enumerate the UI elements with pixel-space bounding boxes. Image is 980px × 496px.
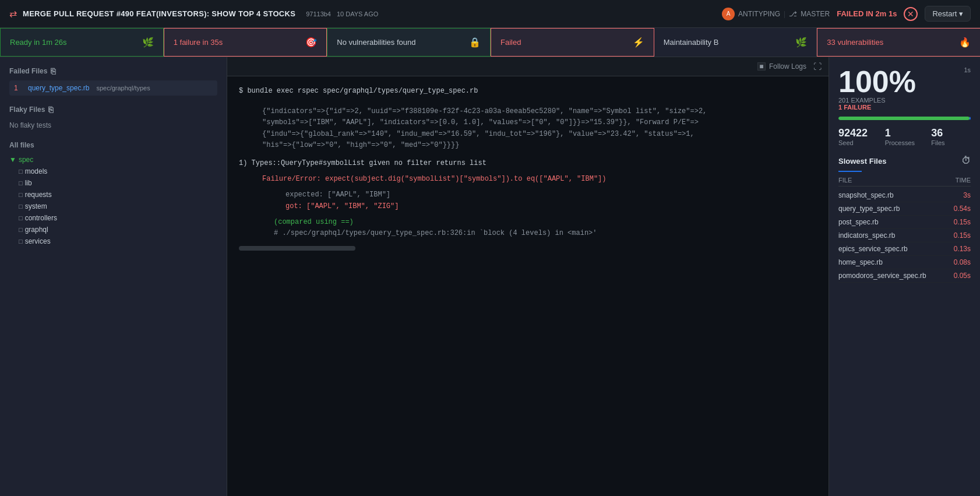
time-label: 1s bbox=[964, 66, 971, 73]
slowest-file-row: post_spec.rb0.15s bbox=[838, 216, 971, 229]
slowest-file-row: pomodoros_service_spec.rb0.05s bbox=[838, 269, 971, 283]
log-expected: expected: ["AAPL", "IBM"] bbox=[239, 189, 817, 200]
failed-files-title: Failed Files ⎘ bbox=[9, 66, 217, 76]
pr-hash: 97113b4 bbox=[306, 10, 331, 17]
log-got: got: ["AAPL", "IBM", "ZIG"] bbox=[239, 201, 817, 212]
slowest-file-name: pomodoros_service_spec.rb bbox=[838, 272, 926, 280]
tree-system[interactable]: □ system bbox=[9, 200, 217, 212]
restart-button[interactable]: Restart ▾ bbox=[925, 6, 971, 22]
failure-label: 1 FAILURE bbox=[838, 104, 916, 111]
folder-icon-graphql: □ bbox=[19, 226, 23, 233]
status-ready-label: Ready in 1m 26s bbox=[10, 38, 67, 47]
status-maintain-icon: 🌿 bbox=[795, 37, 807, 48]
right-sidebar: 100% 201 EXAMPLES 1 FAILURE 1s 92422 See… bbox=[829, 57, 980, 496]
slowest-file-row: home_spec.rb0.08s bbox=[838, 256, 971, 269]
seed-label: Seed bbox=[838, 139, 878, 146]
processes-value: 1 bbox=[885, 127, 925, 139]
scrollbar[interactable] bbox=[239, 246, 355, 251]
slowest-file-time: 0.15s bbox=[954, 231, 971, 240]
org-name: ANTITYPING bbox=[738, 10, 780, 18]
slowest-file-time: 0.54s bbox=[954, 205, 971, 213]
status-vuln-icon: 🔒 bbox=[469, 37, 481, 48]
pr-time: 10 DAYS AGO bbox=[337, 10, 378, 17]
progress-blue bbox=[970, 117, 971, 120]
folder-icon-services: □ bbox=[19, 238, 23, 245]
status-ready-icon: 🌿 bbox=[142, 37, 154, 48]
flaky-files-title: Flaky Files ⎘ bbox=[9, 105, 217, 114]
status-vuln-count[interactable]: 33 vulnerabilities 🔥 bbox=[817, 28, 980, 57]
slowest-title: Slowest Files ⏱ bbox=[838, 156, 971, 166]
antityping-org: A ANTITYPING | ⎇ MASTER bbox=[722, 8, 830, 20]
copy-icon[interactable]: ⎘ bbox=[51, 66, 55, 76]
follow-logs[interactable]: ■ Follow Logs bbox=[757, 62, 806, 71]
progress-green bbox=[838, 117, 970, 120]
slowest-file-time: 0.05s bbox=[954, 272, 971, 280]
cancel-button[interactable]: ✕ bbox=[904, 7, 918, 21]
branch-icon: ⎇ bbox=[789, 10, 797, 18]
failed-badge: FAILED IN 2m 1s bbox=[837, 9, 897, 18]
pr-title: MERGE PULL REQUEST #490 FEAT(INVESTORS):… bbox=[23, 9, 295, 18]
follow-logs-label: Follow Logs bbox=[769, 62, 806, 71]
folder-open-icon: ▼ bbox=[9, 156, 16, 164]
status-maintainability[interactable]: Maintainability B 🌿 bbox=[654, 28, 817, 57]
stat-files: 36 Files bbox=[931, 127, 971, 146]
slowest-file-row: epics_service_spec.rb0.13s bbox=[838, 242, 971, 256]
tree-graphql[interactable]: □ graphql bbox=[9, 224, 217, 235]
log-location: # ./spec/graphql/types/query_type_spec.r… bbox=[239, 228, 817, 239]
log-area: ■ Follow Logs ⛶ $ bundle exec rspec spec… bbox=[227, 57, 829, 496]
slowest-file-time: 0.08s bbox=[954, 258, 971, 266]
slowest-file-name: home_spec.rb bbox=[838, 258, 883, 266]
status-failed-label: Failed bbox=[500, 38, 521, 47]
slowest-file-name: query_type_spec.rb bbox=[838, 205, 900, 213]
all-files-title: All files bbox=[9, 141, 217, 149]
status-ready[interactable]: Ready in 1m 26s 🌿 bbox=[0, 28, 164, 57]
top-header: ⇄ MERGE PULL REQUEST #490 FEAT(INVESTORS… bbox=[0, 0, 980, 28]
log-failure-line: Failure/Error: expect(subject.dig("symbo… bbox=[239, 174, 817, 185]
slowest-file-name: epics_service_spec.rb bbox=[838, 245, 908, 253]
folder-icon-models: □ bbox=[19, 168, 23, 175]
folder-icon-system: □ bbox=[19, 203, 23, 210]
status-failure-icon: 🎯 bbox=[305, 37, 317, 48]
slowest-files-section: Slowest Files ⏱ FILE TIME snapshot_spec.… bbox=[838, 156, 971, 283]
slowest-file-row: indicators_spec.rb0.15s bbox=[838, 229, 971, 242]
header-left: ⇄ MERGE PULL REQUEST #490 FEAT(INVESTORS… bbox=[9, 8, 378, 19]
tree-controllers[interactable]: □ controllers bbox=[9, 212, 217, 224]
folder-icon-lib: □ bbox=[19, 180, 23, 187]
tree-spec[interactable]: ▼ spec bbox=[9, 154, 217, 166]
all-files-section: All files ▼ spec □ models □ lib □ reques… bbox=[9, 141, 217, 247]
slowest-file-name: indicators_spec.rb bbox=[838, 231, 895, 240]
status-vuln-label: No vulnerabilities found bbox=[337, 38, 415, 47]
status-failed[interactable]: Failed ⚡ bbox=[491, 28, 654, 57]
blue-divider bbox=[838, 171, 862, 172]
file-path: spec/graphql/types bbox=[96, 85, 150, 92]
org-logo: A bbox=[722, 8, 735, 20]
status-vuln-count-icon: 🔥 bbox=[959, 37, 971, 48]
tree-models[interactable]: □ models bbox=[9, 166, 217, 177]
slowest-files-list: snapshot_spec.rb3squery_type_spec.rb0.54… bbox=[838, 189, 971, 283]
col-headers: FILE TIME bbox=[838, 177, 971, 187]
follow-logs-checkbox[interactable]: ■ bbox=[757, 62, 766, 71]
stats-row: 92422 Seed 1 Processes 36 Files bbox=[838, 127, 971, 146]
expand-icon[interactable]: ⛶ bbox=[813, 62, 822, 71]
percentage: 100% bbox=[838, 66, 916, 97]
status-vulnerabilities[interactable]: No vulnerabilities found 🔒 bbox=[327, 28, 491, 57]
tree-lib[interactable]: □ lib bbox=[9, 177, 217, 189]
slowest-file-time: 0.15s bbox=[954, 218, 971, 226]
failed-file-item[interactable]: 1 query_type_spec.rb spec/graphql/types bbox=[9, 80, 217, 96]
branch-name: MASTER bbox=[801, 10, 830, 18]
files-value: 36 bbox=[931, 127, 971, 139]
tree-services[interactable]: □ services bbox=[9, 235, 217, 247]
left-sidebar: Failed Files ⎘ 1 query_type_spec.rb spec… bbox=[0, 57, 227, 496]
slowest-file-name: post_spec.rb bbox=[838, 218, 879, 226]
col-time: TIME bbox=[956, 177, 971, 184]
slowest-file-time: 0.13s bbox=[954, 245, 971, 253]
copy-flaky-icon[interactable]: ⎘ bbox=[48, 105, 53, 114]
tree-requests[interactable]: □ requests bbox=[9, 189, 217, 200]
log-data-1: {"indicators"=>{"id"=>2, "uuid"=>"f38810… bbox=[239, 106, 817, 151]
slowest-file-row: query_type_spec.rb0.54s bbox=[838, 202, 971, 216]
status-failure[interactable]: 1 failure in 35s 🎯 bbox=[164, 28, 327, 57]
percentage-block: 100% 201 EXAMPLES 1 FAILURE bbox=[838, 66, 916, 111]
slowest-file-name: snapshot_spec.rb bbox=[838, 191, 894, 199]
file-name: query_type_spec.rb bbox=[28, 84, 89, 92]
processes-label: Processes bbox=[885, 139, 925, 146]
